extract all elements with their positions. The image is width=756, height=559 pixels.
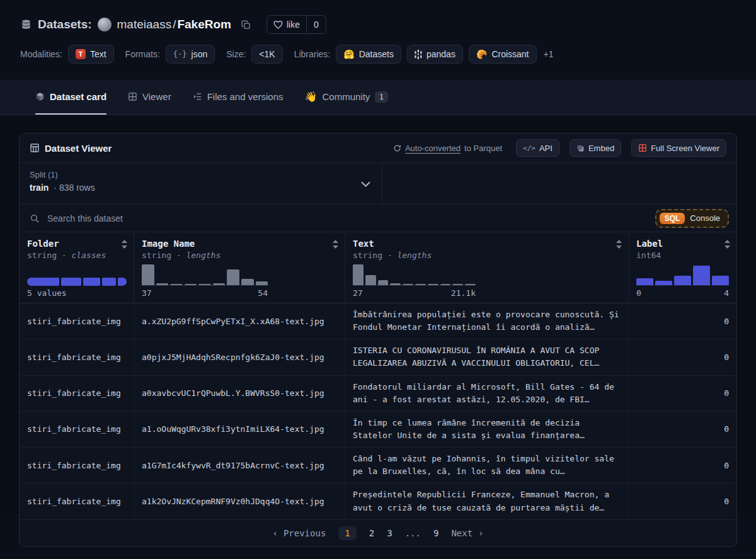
more-libraries-button[interactable]: +1 <box>544 49 554 59</box>
like-button[interactable]: like 0 <box>266 15 326 34</box>
library-datasets-pill[interactable]: 🤗 Datasets <box>336 45 401 64</box>
owner-avatar[interactable] <box>98 18 112 31</box>
text-cell: Președintele Republicii Franceze, Emmanu… <box>345 483 629 519</box>
table-row[interactable]: stiri_fabricate_img a0pjxJ5MjHAdqhSRecpn… <box>20 339 736 375</box>
search-input[interactable] <box>46 213 649 224</box>
like-count[interactable]: 0 <box>306 16 326 33</box>
table-row[interactable]: stiri_fabricate_img a.xZU2pG9ffSpCwPyETx… <box>20 303 736 339</box>
dataset-name-link[interactable]: FakeRom <box>177 18 231 31</box>
label-cell: 0 <box>629 303 736 339</box>
chevron-right-icon: › <box>478 528 483 538</box>
sort-icon[interactable] <box>616 240 622 251</box>
breadcrumb: Datasets: mateiaass / FakeRom like 0 <box>20 15 736 34</box>
label-column-type: int64 <box>636 251 729 260</box>
image-name-cell: a.xZU2pG9ffSpCwPyETxI_X.xA68-text.jpg <box>134 303 345 339</box>
to-parquet-label: to Parquet <box>464 144 502 153</box>
like-action[interactable]: like <box>267 16 306 33</box>
split-value: train ·838 rows <box>30 183 372 193</box>
text-distribution: 2721.1k <box>353 264 621 298</box>
tab-community[interactable]: 👋 Community 1 <box>305 80 389 115</box>
chevron-left-icon: ‹ <box>272 528 277 538</box>
text-histogram <box>353 264 476 286</box>
modality-text-pill[interactable]: T Text <box>68 45 114 64</box>
table-row[interactable]: stiri_fabricate_img a1.oOuWqgURv38xfi3yt… <box>20 412 736 448</box>
modalities-label: Modalities: <box>20 49 62 59</box>
next-label: Next <box>451 528 472 538</box>
column-header-label[interactable]: Label int64 04 <box>629 232 736 303</box>
cube-icon <box>35 92 45 101</box>
next-page-button[interactable]: Next › <box>451 528 483 538</box>
formats-group: Formats: {·} json <box>125 45 215 64</box>
tab-files-label: Files and versions <box>207 91 284 102</box>
folder-cell: stiri_fabricate_img <box>20 412 134 447</box>
owner-link[interactable]: mateiaass <box>117 18 172 31</box>
sort-icon[interactable] <box>724 240 730 251</box>
label-distribution: 04 <box>636 264 729 298</box>
page-button-9[interactable]: 9 <box>433 528 438 538</box>
previous-page-button[interactable]: ‹ Previous <box>272 528 326 538</box>
sql-console-button[interactable]: SQL Console <box>655 209 729 228</box>
image-name-cell: a1G7mIc4kfywvR_dt9175bAcrnvC-text.jpg <box>134 448 345 483</box>
repo-separator: / <box>171 18 177 31</box>
json-braces-icon: {·} <box>173 50 187 59</box>
column-header-text[interactable]: Text string · lengths 2721.1k <box>345 232 629 303</box>
table-grid-icon <box>128 92 137 101</box>
tab-files-and-versions[interactable]: Files and versions <box>193 80 284 115</box>
refresh-icon <box>393 144 401 152</box>
heart-icon <box>273 20 283 30</box>
library-croissant-pill[interactable]: 🥐 Croissant <box>469 45 537 64</box>
api-button[interactable]: </> API <box>516 139 559 157</box>
tab-dataset-card-label: Dataset card <box>50 91 106 102</box>
folder-column-type: string · classes <box>27 251 126 260</box>
hugging-face-icon: 🤗 <box>343 50 354 59</box>
table-header: Folder string · classes 5 values Image N… <box>20 232 736 303</box>
sort-icon[interactable] <box>333 240 338 251</box>
text-column-name: Text <box>353 239 621 249</box>
table-row[interactable]: stiri_fabricate_img a1G7mIc4kfywvR_dt917… <box>20 448 736 483</box>
repo-tab-bar: Dataset card Viewer Files and versions 👋… <box>0 80 756 115</box>
column-header-image-name[interactable]: Image Name string · lengths 3754 <box>134 232 345 303</box>
formats-label: Formats: <box>125 49 160 59</box>
database-icon <box>20 19 32 31</box>
size-group: Size: <1K <box>226 45 282 64</box>
full-screen-viewer-button[interactable]: Full Screen Viewer <box>631 139 726 157</box>
folder-cell: stiri_fabricate_img <box>20 483 134 519</box>
library-pandas-pill[interactable]: pandas <box>407 45 463 64</box>
modalities-group: Modalities: T Text <box>20 45 114 64</box>
label-histogram <box>636 264 729 286</box>
format-json-pill[interactable]: {·} json <box>166 45 215 64</box>
page-button-3[interactable]: 3 <box>387 528 392 538</box>
embed-button[interactable]: Embed <box>570 139 621 157</box>
dataset-viewer-card: Dataset Viewer Auto-converted to Parquet… <box>19 133 737 547</box>
column-header-folder[interactable]: Folder string · classes 5 values <box>20 232 134 303</box>
label-cell: 0 <box>629 448 736 483</box>
waving-hand-icon: 👋 <box>305 92 318 102</box>
size-pill[interactable]: <1K <box>251 45 282 64</box>
embed-button-label: Embed <box>588 144 614 153</box>
split-selector[interactable]: Split (1) train ·838 rows <box>20 163 382 204</box>
folder-column-name: Folder <box>27 239 126 249</box>
table-row[interactable]: stiri_fabricate_img a0xavbcvUC1rQPuwbL.Y… <box>20 376 736 412</box>
page-button-1[interactable]: 1 <box>338 526 356 540</box>
datasets-label[interactable]: Datasets: <box>38 18 92 31</box>
full-screen-viewer-label: Full Screen Viewer <box>651 144 719 153</box>
table-row[interactable]: stiri_fabricate_img a1k2OvJNzKCepmRNF9Vz… <box>20 483 736 519</box>
size-value: <1K <box>259 49 275 59</box>
sort-icon[interactable] <box>122 240 127 251</box>
folder-cell: stiri_fabricate_img <box>20 339 134 375</box>
auto-converted-label[interactable]: Auto-converted <box>405 144 461 153</box>
text-modality-icon: T <box>76 49 86 59</box>
tab-viewer[interactable]: Viewer <box>128 80 171 115</box>
viewer-grid-icon <box>30 143 40 153</box>
text-cell: În timp ce lumea rămâne încremenită de d… <box>345 412 629 447</box>
folder-values-count: 5 values <box>27 288 126 298</box>
tab-dataset-card[interactable]: Dataset card <box>35 80 106 115</box>
label-cell: 0 <box>629 376 736 411</box>
auto-converted-link[interactable]: Auto-converted to Parquet <box>393 144 502 153</box>
image-name-column-name: Image Name <box>142 239 337 249</box>
label-column-name: Label <box>636 239 729 249</box>
copy-repo-name-button[interactable] <box>241 20 251 30</box>
dataset-meta-row: Modalities: T Text Formats: {·} json Siz… <box>20 45 736 64</box>
page-button-2[interactable]: 2 <box>369 528 374 538</box>
text-axis-labels: 2721.1k <box>353 288 476 298</box>
